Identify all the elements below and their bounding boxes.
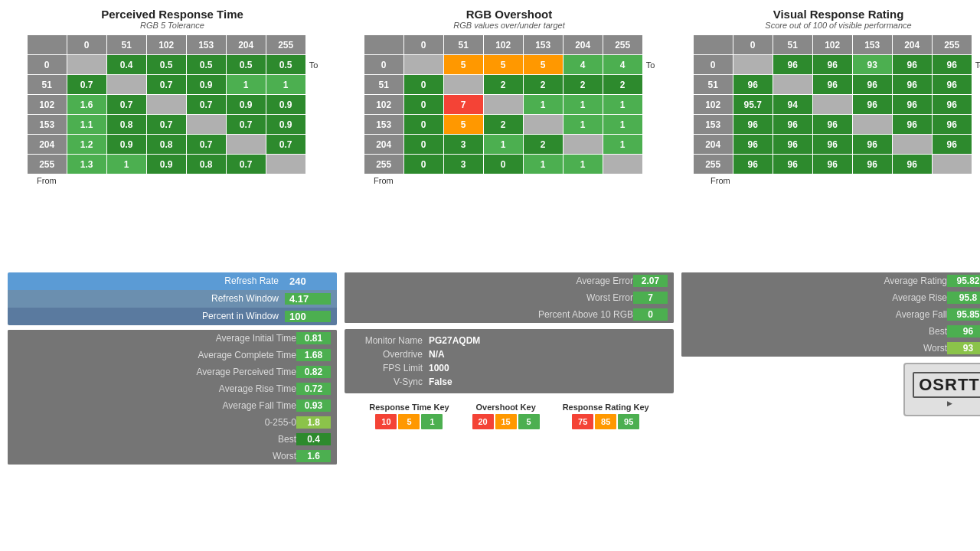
rgb-from-label: From xyxy=(374,176,394,185)
time-label-3: Average Rise Time xyxy=(14,383,296,394)
time-value-2: 0.82 xyxy=(296,366,331,378)
rating-label-4: Worst xyxy=(688,343,947,354)
rating-value-3: 96 xyxy=(947,325,980,337)
logo-text: OSRTT xyxy=(913,372,980,398)
rating-stats-box: Average Rating 95.82 Average Rise 95.8 A… xyxy=(681,272,980,357)
monitor-label-0: Monitor Name xyxy=(352,335,429,346)
time-stats-box: Average Initial Time 0.81 Average Comple… xyxy=(8,330,337,465)
refresh-label-2: Percent in Window xyxy=(14,311,285,321)
time-value-3: 0.72 xyxy=(296,383,331,395)
overshoot-label-1: Worst Error xyxy=(351,292,633,303)
prt-section: Perceived Response Time RGB 5 Tolerance … xyxy=(8,8,337,265)
key-title-1: Overshoot Key xyxy=(476,403,536,412)
refresh-label-1: Refresh Window xyxy=(14,293,285,304)
refresh-box: Refresh Rate 240 Refresh Window 4.17 Per… xyxy=(8,272,337,325)
monitor-value-1: N/A xyxy=(429,349,445,360)
logo-icon: ▶ xyxy=(947,399,952,407)
logo-box: OSRTT ▶ xyxy=(903,363,980,416)
monitor-value-2: 1000 xyxy=(429,363,449,373)
overshoot-label-2: Percent Above 10 RGB xyxy=(351,309,633,320)
time-label-7: Worst xyxy=(14,451,296,461)
key-box-2-0: 75 xyxy=(572,414,593,429)
key-box-1-2: 5 xyxy=(518,414,540,429)
time-label-0: Average Initial Time xyxy=(14,333,296,344)
time-label-5: 0-255-0 xyxy=(14,417,296,428)
rating-value-0: 95.82 xyxy=(947,275,980,287)
rgb-section: RGB Overshoot RGB values over/under targ… xyxy=(345,8,674,265)
prt-from-label: From xyxy=(37,176,57,185)
monitor-label-1: Overdrive xyxy=(352,349,429,360)
time-value-4: 0.93 xyxy=(296,399,331,412)
vrr-section: Visual Response Rating Score out of 100 … xyxy=(681,8,980,265)
key-section: Response Time Key1051Overshoot Key20155R… xyxy=(345,403,674,429)
key-group-0: Response Time Key1051 xyxy=(369,403,449,429)
time-label-4: Average Fall Time xyxy=(14,400,296,411)
key-title-2: Response Rating Key xyxy=(563,403,649,412)
bottom-left: Refresh Rate 240 Refresh Window 4.17 Per… xyxy=(8,272,337,544)
vrr-from-label: From xyxy=(710,176,730,185)
overshoot-stats-box: Average Error 2.07 Worst Error 7 Percent… xyxy=(345,272,674,323)
key-group-2: Response Rating Key758595 xyxy=(563,403,649,429)
rgb-to-label: To xyxy=(646,60,655,70)
monitor-box: Monitor Name PG27AQDM Overdrive N/A FPS … xyxy=(345,329,674,393)
rating-label-2: Average Fall xyxy=(688,309,947,320)
time-value-1: 1.68 xyxy=(296,349,331,361)
vrr-subtitle: Score out of 100 of visible performance xyxy=(765,21,911,30)
time-label-2: Average Perceived Time xyxy=(14,367,296,377)
rgb-title: RGB Overshoot xyxy=(466,8,553,21)
time-label-6: Best xyxy=(14,434,296,445)
time-value-7: 1.6 xyxy=(296,450,331,462)
overshoot-value-1: 7 xyxy=(633,292,668,304)
time-label-1: Average Complete Time xyxy=(14,350,296,360)
vrr-title: Visual Response Rating xyxy=(773,8,904,21)
prt-to-label: To xyxy=(309,60,318,70)
key-box-2-2: 95 xyxy=(618,414,639,429)
vrr-to-label: To xyxy=(975,60,980,70)
monitor-value-3: False xyxy=(429,377,452,387)
key-box-1-0: 20 xyxy=(472,414,494,429)
monitor-label-3: V-Sync xyxy=(352,377,429,387)
key-box-0-2: 1 xyxy=(421,414,443,429)
overshoot-value-2: 0 xyxy=(633,308,668,321)
rgb-subtitle: RGB values over/under target xyxy=(453,21,565,30)
key-title-0: Response Time Key xyxy=(369,403,449,412)
vrr-matrix: 0511021532042550969693969651969696969610… xyxy=(693,34,972,174)
key-box-0-0: 10 xyxy=(375,414,397,429)
key-box-1-1: 15 xyxy=(495,414,517,429)
time-value-0: 0.81 xyxy=(296,332,331,344)
rating-label-3: Best xyxy=(688,326,947,337)
key-box-0-1: 5 xyxy=(398,414,420,429)
overshoot-label-0: Average Error xyxy=(351,276,633,286)
rating-value-1: 95.8 xyxy=(947,292,980,304)
refresh-value-1: 4.17 xyxy=(285,293,331,305)
rating-label-0: Average Rating xyxy=(688,276,947,286)
rating-label-1: Average Rise xyxy=(688,292,947,303)
key-group-1: Overshoot Key20155 xyxy=(472,403,540,429)
time-value-6: 0.4 xyxy=(296,433,331,445)
bottom-middle: Average Error 2.07 Worst Error 7 Percent… xyxy=(345,272,674,544)
prt-subtitle: RGB 5 Tolerance xyxy=(140,21,204,30)
overshoot-value-0: 2.07 xyxy=(633,275,668,287)
time-value-5: 1.8 xyxy=(296,416,331,429)
monitor-label-2: FPS Limit xyxy=(352,363,429,373)
prt-title: Perceived Response Time xyxy=(101,8,243,21)
key-box-2-1: 85 xyxy=(595,414,616,429)
refresh-label-0: Refresh Rate xyxy=(14,276,285,286)
bottom-row: OSRTT ▶ xyxy=(681,363,980,416)
rating-value-4: 93 xyxy=(947,342,980,354)
refresh-value-2: 100 xyxy=(285,311,331,322)
main-container: Perceived Response Time RGB 5 Tolerance … xyxy=(0,0,980,551)
prt-matrix: 05110215320425500.40.50.50.50.5510.70.70… xyxy=(27,34,306,174)
rgb-matrix: 0511021532042550555445102222102071111530… xyxy=(364,34,643,174)
bottom-right: Average Rating 95.82 Average Rise 95.8 A… xyxy=(681,272,980,544)
monitor-value-0: PG27AQDM xyxy=(429,335,480,346)
refresh-value-0: 240 xyxy=(285,276,331,287)
rating-value-2: 95.85 xyxy=(947,308,980,321)
